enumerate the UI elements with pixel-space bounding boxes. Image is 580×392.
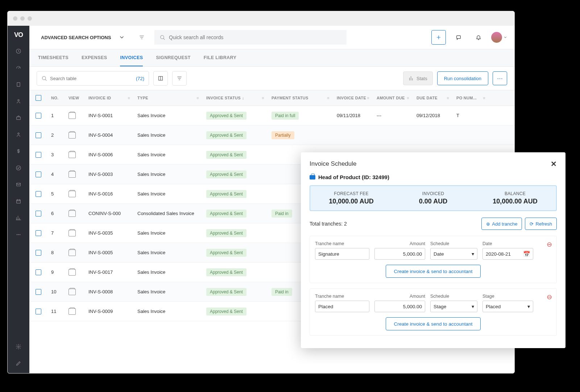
- add-button[interactable]: [431, 30, 446, 45]
- col-invoice-status[interactable]: INVOICE STATUS↓≡: [203, 96, 268, 100]
- row-checkbox[interactable]: [36, 289, 41, 295]
- create-invoice-button[interactable]: Create invoice & send to accountant: [386, 265, 481, 278]
- pencil-icon[interactable]: [14, 359, 23, 368]
- view-icon[interactable]: [69, 171, 76, 178]
- tranche-amount-input[interactable]: [374, 248, 425, 260]
- calendar-icon[interactable]: [14, 197, 23, 206]
- delete-tranche-icon[interactable]: ⊖: [547, 240, 552, 248]
- history-icon[interactable]: [14, 47, 23, 55]
- window-dot[interactable]: [20, 16, 25, 21]
- filter-button[interactable]: [172, 71, 187, 86]
- view-icon[interactable]: [69, 230, 76, 236]
- check-circle-icon[interactable]: [14, 164, 23, 172]
- stage-select[interactable]: Placed▾: [482, 301, 533, 312]
- advanced-search-dropdown[interactable]: ADVANCED SEARCH OPTIONS: [37, 30, 129, 45]
- window-dot[interactable]: [13, 16, 17, 21]
- view-icon[interactable]: [69, 249, 76, 256]
- view-icon[interactable]: [69, 191, 76, 197]
- table-row[interactable]: 2 INV-S-0004 Sales Invoice Approved & Se…: [29, 125, 514, 145]
- row-checkbox[interactable]: [36, 172, 41, 177]
- document-icon[interactable]: [14, 80, 23, 89]
- user-icon[interactable]: [14, 97, 23, 106]
- col-view[interactable]: VIEW: [65, 96, 85, 100]
- col-type[interactable]: TYPE≡: [134, 96, 203, 100]
- cell-due: 09/12/2018: [413, 113, 453, 118]
- col-po-number[interactable]: PO NUM...≡: [453, 96, 489, 100]
- run-consolidation-button[interactable]: Run consolidation: [437, 71, 488, 85]
- refresh-button[interactable]: ⟳ Refresh: [525, 218, 557, 230]
- calendar-icon[interactable]: 📅: [523, 251, 530, 257]
- row-checkbox[interactable]: [36, 152, 41, 158]
- dashboard-icon[interactable]: [14, 63, 23, 72]
- row-checkbox[interactable]: [36, 113, 41, 119]
- chart-icon[interactable]: [14, 214, 23, 222]
- dollar-icon[interactable]: [14, 147, 23, 156]
- add-tranche-button[interactable]: ⊕ Add tranche: [481, 218, 522, 230]
- select-all-checkbox[interactable]: [36, 95, 41, 101]
- row-checkbox[interactable]: [36, 191, 41, 197]
- tab-signrequest[interactable]: SIGNREQUEST: [156, 49, 190, 66]
- row-checkbox[interactable]: [36, 132, 41, 138]
- person-icon[interactable]: [14, 130, 23, 139]
- cell-type: Sales Invoice: [134, 309, 203, 314]
- view-icon[interactable]: [69, 308, 76, 315]
- gear-icon[interactable]: [14, 342, 23, 351]
- more-actions-button[interactable]: ⋯: [493, 71, 507, 85]
- notifications-icon[interactable]: [471, 30, 486, 45]
- create-invoice-button[interactable]: Create invoice & send to accountant: [386, 317, 481, 330]
- tab-expenses[interactable]: EXPENSES: [82, 49, 107, 66]
- status-badge: Approved & Sent: [206, 268, 246, 276]
- row-checkbox[interactable]: [36, 211, 41, 216]
- row-checkbox[interactable]: [36, 309, 41, 314]
- invoice-schedule-modal: Invoice Schedule ✕ Head of Product (ID: …: [301, 152, 566, 348]
- close-icon[interactable]: ✕: [551, 160, 557, 168]
- filter-icon[interactable]: [134, 30, 149, 45]
- svg-point-8: [17, 234, 17, 235]
- status-badge: Approved & Sent: [206, 210, 246, 218]
- view-icon[interactable]: [69, 132, 76, 139]
- col-due-date[interactable]: DUE DATE≡: [413, 96, 453, 100]
- tranche-name-input[interactable]: [315, 248, 369, 260]
- messages-icon[interactable]: [451, 30, 466, 45]
- view-icon[interactable]: [69, 269, 76, 276]
- quick-search-input[interactable]: [169, 34, 341, 40]
- tab-file-library[interactable]: FILE LIBRARY: [204, 49, 236, 66]
- cell-no: 5: [47, 191, 65, 197]
- tranche-name-input[interactable]: [315, 301, 369, 312]
- more-icon[interactable]: [14, 230, 23, 239]
- row-checkbox[interactable]: [36, 269, 41, 275]
- view-icon[interactable]: [69, 112, 76, 119]
- chevron-down-icon: ▾: [472, 251, 474, 257]
- mail-icon[interactable]: [14, 180, 23, 189]
- status-badge: Approved & Sent: [206, 190, 246, 198]
- col-payment-status[interactable]: PAYMENT STATUS≡: [268, 96, 333, 100]
- col-amount-due[interactable]: AMOUNT DUE≡: [373, 96, 413, 100]
- table-search-input[interactable]: [50, 76, 133, 81]
- window-dot[interactable]: [28, 16, 32, 21]
- view-icon[interactable]: [69, 289, 76, 295]
- table-search[interactable]: (72): [37, 71, 149, 86]
- row-checkbox[interactable]: [36, 250, 41, 256]
- summary-value: 0.00 AUD: [392, 198, 474, 205]
- table-row[interactable]: 1 INV-S-0001 Sales Invoice Approved & Se…: [29, 106, 514, 125]
- cell-no: 3: [47, 152, 65, 157]
- col-invoice-id[interactable]: INVOICE ID≡: [85, 96, 134, 100]
- columns-button[interactable]: [153, 71, 168, 86]
- user-menu[interactable]: [491, 32, 507, 43]
- briefcase-icon[interactable]: [14, 114, 23, 122]
- quick-search[interactable]: [154, 30, 347, 45]
- tab-invoices[interactable]: INVOICES: [120, 49, 143, 66]
- col-no[interactable]: NO.: [47, 96, 65, 100]
- row-checkbox[interactable]: [36, 230, 41, 236]
- tranche-amount-input[interactable]: [374, 301, 425, 312]
- tab-timesheets[interactable]: TIMESHEETS: [38, 49, 69, 66]
- schedule-select[interactable]: Date▾: [430, 248, 477, 260]
- delete-tranche-icon[interactable]: ⊖: [547, 293, 552, 301]
- view-icon[interactable]: [69, 210, 76, 217]
- cell-type: Sales Invoice: [134, 250, 203, 255]
- view-icon[interactable]: [69, 152, 76, 158]
- stats-button[interactable]: Stats: [403, 71, 433, 85]
- col-invoice-date[interactable]: INVOICE DATE≡: [333, 96, 373, 100]
- svg-rect-3: [17, 117, 21, 119]
- schedule-select[interactable]: Stage▾: [430, 301, 477, 312]
